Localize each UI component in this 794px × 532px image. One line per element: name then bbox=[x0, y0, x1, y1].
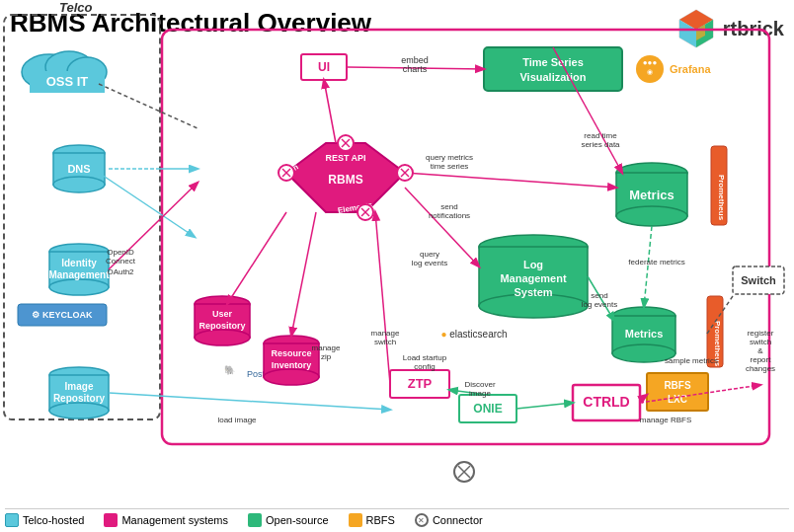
svg-text:Grafana: Grafana bbox=[670, 63, 711, 75]
ztp-label: ZTP bbox=[408, 376, 433, 391]
metrics-bottom-label: Metrics bbox=[625, 328, 664, 340]
svg-text:series data: series data bbox=[581, 140, 620, 149]
architecture-diagram: Telco OSS IT DNS Identity Management ⚙ K… bbox=[0, 0, 794, 484]
svg-line-90 bbox=[291, 212, 316, 336]
legend-telco-hosted: Telco-hosted bbox=[5, 513, 84, 527]
svg-text:Time Series: Time Series bbox=[522, 56, 584, 68]
svg-text:manage RBFS: manage RBFS bbox=[640, 416, 691, 424]
ui-label: UI bbox=[318, 60, 330, 74]
legend-color-rbfs bbox=[349, 513, 362, 527]
legend-connector-icon: ✕ bbox=[415, 513, 429, 527]
svg-text:log events: log events bbox=[412, 259, 447, 267]
legend-color-mgmt bbox=[104, 513, 118, 527]
svg-text:send: send bbox=[440, 202, 457, 211]
main-container: RBMS Architectural Overview rtbrick Telc… bbox=[0, 0, 794, 532]
svg-text:Inventory: Inventory bbox=[272, 360, 312, 370]
legend-connector: ✕ Connector bbox=[415, 513, 483, 527]
svg-point-15 bbox=[49, 279, 109, 295]
svg-text:switch: switch bbox=[750, 338, 771, 346]
legend-label-mgmt: Management systems bbox=[121, 514, 228, 526]
svg-text:log events: log events bbox=[582, 300, 617, 309]
svg-text:manage: manage bbox=[371, 329, 400, 338]
switch-label: Switch bbox=[741, 274, 776, 286]
onie-label: ONIE bbox=[473, 402, 502, 416]
svg-text:&: & bbox=[757, 346, 763, 355]
svg-line-96 bbox=[109, 393, 390, 410]
svg-text:changes: changes bbox=[746, 364, 775, 373]
metrics-top-label: Metrics bbox=[629, 188, 675, 202]
svg-text:send: send bbox=[591, 291, 607, 300]
svg-text:Visualization: Visualization bbox=[519, 71, 586, 83]
svg-point-60 bbox=[195, 330, 250, 345]
svg-text:zip: zip bbox=[321, 352, 332, 361]
svg-text:image: image bbox=[469, 389, 491, 398]
svg-text:●●●: ●●● bbox=[643, 58, 658, 67]
dns-label: DNS bbox=[67, 163, 90, 175]
svg-text:sample metrics: sample metrics bbox=[665, 356, 718, 365]
svg-text:Management: Management bbox=[48, 269, 110, 280]
svg-point-42 bbox=[616, 206, 687, 226]
svg-text:Repository: Repository bbox=[53, 393, 106, 404]
svg-rect-73 bbox=[647, 373, 708, 411]
svg-text:◉: ◉ bbox=[647, 68, 653, 75]
legend-opensource: Open-source bbox=[248, 513, 329, 527]
svg-text:register: register bbox=[748, 329, 774, 338]
svg-point-67 bbox=[264, 369, 319, 385]
svg-line-85 bbox=[405, 188, 479, 266]
svg-text:config: config bbox=[414, 362, 435, 371]
svg-text:notifications: notifications bbox=[429, 211, 470, 220]
oss-it-label: OSS IT bbox=[46, 74, 89, 89]
legend-label-telco: Telco-hosted bbox=[23, 514, 84, 526]
svg-text:report: report bbox=[751, 355, 772, 364]
svg-point-12 bbox=[53, 177, 105, 192]
telco-label: Telco bbox=[59, 0, 93, 15]
svg-text:read time: read time bbox=[584, 131, 617, 140]
svg-point-20 bbox=[49, 403, 109, 418]
svg-line-87 bbox=[644, 226, 652, 307]
legend-label-rbfs: RBFS bbox=[366, 514, 395, 526]
svg-text:AAA: AAA bbox=[282, 192, 302, 209]
svg-text:Repository: Repository bbox=[198, 321, 245, 331]
svg-line-93 bbox=[516, 403, 573, 409]
svg-line-84 bbox=[405, 173, 616, 188]
svg-text:Resource: Resource bbox=[271, 348, 311, 358]
svg-text:charts: charts bbox=[403, 64, 428, 74]
keycloak-label: ⚙ KEYCLOAK bbox=[32, 310, 93, 320]
svg-text:Discover: Discover bbox=[464, 380, 495, 389]
svg-text:Prometheus: Prometheus bbox=[717, 175, 726, 221]
svg-text:User: User bbox=[212, 309, 233, 319]
svg-text:Log: Log bbox=[523, 259, 543, 270]
legend-management: Management systems bbox=[104, 513, 228, 527]
svg-text:switch: switch bbox=[374, 338, 396, 346]
svg-text:query: query bbox=[420, 250, 439, 259]
legend: Telco-hosted Management systems Open-sou… bbox=[5, 508, 789, 527]
svg-text:load image: load image bbox=[217, 416, 257, 424]
svg-text:OpenID: OpenID bbox=[107, 248, 134, 257]
identity-mgmt-label: Identity bbox=[61, 258, 97, 268]
svg-line-76 bbox=[99, 84, 198, 128]
svg-text:🐘: 🐘 bbox=[224, 364, 236, 376]
svg-line-77 bbox=[99, 173, 195, 237]
legend-rbfs: RBFS bbox=[349, 513, 395, 527]
svg-text:Load startup: Load startup bbox=[403, 353, 447, 362]
svg-text:● elasticsearch: ● elasticsearch bbox=[440, 329, 507, 340]
svg-text:manage: manage bbox=[312, 343, 341, 352]
ctrld-label: CTRLD bbox=[583, 394, 629, 410]
svg-text:RBFS: RBFS bbox=[664, 380, 691, 391]
svg-text:REST API: REST API bbox=[325, 153, 365, 163]
svg-line-91 bbox=[375, 212, 390, 384]
svg-line-89 bbox=[227, 212, 286, 304]
svg-text:Management: Management bbox=[500, 272, 567, 284]
legend-color-oss bbox=[248, 513, 262, 527]
legend-color-telco bbox=[5, 513, 19, 527]
legend-label-connector: Connector bbox=[433, 514, 483, 526]
svg-text:query metrics: query metrics bbox=[426, 153, 473, 162]
svg-line-82 bbox=[324, 80, 336, 143]
svg-text:time series: time series bbox=[431, 162, 469, 171]
svg-text:Connect: Connect bbox=[106, 257, 136, 266]
svg-text:System: System bbox=[514, 286, 552, 298]
svg-text:RBMS: RBMS bbox=[328, 173, 362, 187]
legend-label-oss: Open-source bbox=[266, 514, 329, 526]
svg-text:federate metrics: federate metrics bbox=[628, 258, 684, 266]
image-repo-label: Image bbox=[65, 381, 94, 392]
